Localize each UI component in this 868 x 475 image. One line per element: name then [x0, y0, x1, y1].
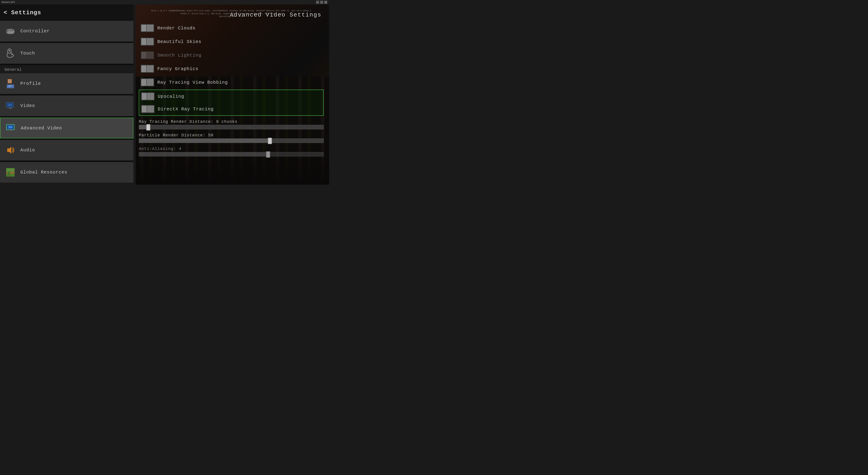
sidebar-item-advanced-video[interactable]: Advanced Video: [0, 118, 133, 139]
svg-rect-19: [8, 86, 13, 86]
directx-ray-tracing-row: DirectX Ray Tracing: [139, 103, 324, 116]
svg-rect-20: [8, 86, 11, 87]
toggle-slider-2: [142, 38, 146, 45]
ray-tracing-view-bobbing-toggle[interactable]: [141, 78, 154, 86]
smooth-lighting-row: Smooth Lighting: [139, 49, 324, 61]
toggle-slider-4: [142, 66, 146, 72]
svg-rect-28: [8, 126, 13, 128]
svg-rect-9: [9, 30, 11, 31]
svg-rect-16: [8, 82, 10, 82]
tick-2: [213, 125, 213, 129]
maximize-button[interactable]: □: [320, 1, 323, 4]
sidebar-item-touch[interactable]: Touch: [0, 43, 133, 64]
svg-rect-39: [6, 174, 14, 176]
tick-3: [250, 125, 250, 129]
video-icon: [4, 100, 16, 112]
info-line2: FPS53.4, ServerTime:1.2, Mem:6129, Highe…: [134, 12, 329, 16]
particle-render-distance-label: Particle Render Distance: 50: [139, 131, 324, 139]
ray-tracing-render-distance-row: Ray Tracing Render Distance: 8 chunks: [139, 118, 324, 129]
app-name: Minecraft: [2, 1, 15, 4]
global-resources-icon: [4, 167, 16, 178]
toggle-slider: [142, 25, 146, 31]
svg-point-7: [12, 29, 13, 30]
profile-icon: [4, 78, 16, 90]
info-bar: beta 1.15.0.7 (RENDERDRAGON) D3D12 RTX C…: [133, 9, 329, 19]
tick-8: [185, 152, 186, 156]
beautiful-skies-label: Beautiful Skies: [157, 39, 202, 44]
fancy-graphics-toggle[interactable]: [141, 65, 154, 73]
advanced-video-label: Advanced Video: [21, 125, 62, 131]
particle-render-distance-row: Particle Render Distance: 50: [139, 131, 324, 143]
sidebar-item-profile[interactable]: Profile: [0, 73, 133, 94]
toggle-slider-7: [142, 106, 147, 112]
svg-marker-35: [7, 147, 11, 154]
ray-tracing-render-distance-slider[interactable]: [139, 125, 324, 129]
controller-icon: [4, 25, 16, 37]
render-clouds-label: Render Clouds: [157, 26, 195, 31]
svg-rect-41: [7, 171, 10, 172]
slider-thumb-1: [146, 124, 150, 130]
close-button[interactable]: ✕: [324, 1, 327, 4]
toggle-slider-6: [142, 93, 147, 99]
particle-render-distance-slider[interactable]: [139, 139, 324, 143]
tick-4: [287, 125, 287, 129]
sidebar-item-controller[interactable]: Controller: [0, 21, 133, 41]
ray-tracing-view-bobbing-row: Ray Tracing View Bobbing: [139, 76, 324, 89]
upscaling-row: Upscaling: [139, 90, 324, 103]
profile-label: Profile: [20, 81, 41, 86]
toggle-bar-5: [147, 79, 153, 86]
svg-point-6: [13, 30, 13, 31]
sidebar-item-audio[interactable]: Audio: [0, 140, 133, 160]
svg-rect-1: [7, 30, 8, 31]
svg-rect-2: [8, 29, 9, 30]
tick-7: [277, 139, 278, 143]
general-section-label: General: [0, 65, 133, 73]
slider-fill-2: [139, 139, 270, 143]
toggle-slider-5: [142, 79, 146, 86]
ray-tracing-view-bobbing-label: Ray Tracing View Bobbing: [157, 80, 228, 85]
audio-label: Audio: [20, 147, 35, 153]
header-area: < Settings: [0, 4, 133, 21]
sidebar-item-global-resources[interactable]: Global Resources: [0, 162, 133, 183]
audio-icon: [4, 144, 16, 156]
sidebar-scroll[interactable]: Controller Touch General: [0, 21, 133, 184]
smooth-lighting-toggle[interactable]: [141, 51, 154, 59]
upscaling-toggle[interactable]: [141, 92, 155, 100]
video-label: Video: [20, 103, 35, 108]
svg-rect-15: [8, 81, 11, 82]
sidebar-item-video[interactable]: Video: [0, 95, 133, 116]
toggle-bar-6: [147, 93, 154, 99]
svg-rect-34: [8, 131, 13, 131]
render-clouds-row: Render Clouds: [139, 22, 324, 34]
toggle-bar-4: [147, 66, 153, 72]
back-button[interactable]: < Settings: [4, 9, 41, 16]
svg-rect-23: [8, 103, 12, 106]
svg-rect-3: [6, 30, 7, 31]
anti-aliasing-row: Anti-Aliasing: 4: [139, 145, 324, 156]
right-panel: Advanced Video Settings Render Clouds Be…: [133, 4, 329, 184]
toggle-bar-3: [147, 52, 153, 58]
anti-aliasing-slider[interactable]: [139, 152, 324, 156]
touch-label: Touch: [20, 51, 35, 56]
window-controls: – □ ✕: [316, 1, 327, 4]
directx-ray-tracing-toggle[interactable]: [141, 105, 155, 113]
svg-rect-25: [8, 109, 13, 109]
minimize-button[interactable]: –: [316, 1, 319, 4]
svg-rect-24: [9, 108, 12, 109]
svg-rect-40: [8, 172, 10, 176]
directx-ray-tracing-label: DirectX Ray Tracing: [158, 107, 214, 112]
tick-1: [176, 125, 176, 129]
anti-aliasing-label: Anti-Aliasing: 4: [139, 145, 324, 152]
info-line3: Upscaling Mode: DL55: [134, 15, 329, 18]
toggle-bar: [147, 25, 153, 31]
beautiful-skies-toggle[interactable]: [141, 37, 154, 46]
slider-fill-3: [139, 152, 268, 156]
touch-icon: [4, 48, 16, 59]
tick-6: [231, 139, 232, 143]
sidebar: < Settings: [0, 4, 133, 184]
toggle-bar-7: [147, 106, 154, 112]
upscaling-label: Upscaling: [158, 94, 184, 99]
global-resources-label: Global Resources: [20, 170, 67, 175]
render-clouds-toggle[interactable]: [141, 24, 154, 32]
fancy-graphics-row: Fancy Graphics: [139, 62, 324, 75]
